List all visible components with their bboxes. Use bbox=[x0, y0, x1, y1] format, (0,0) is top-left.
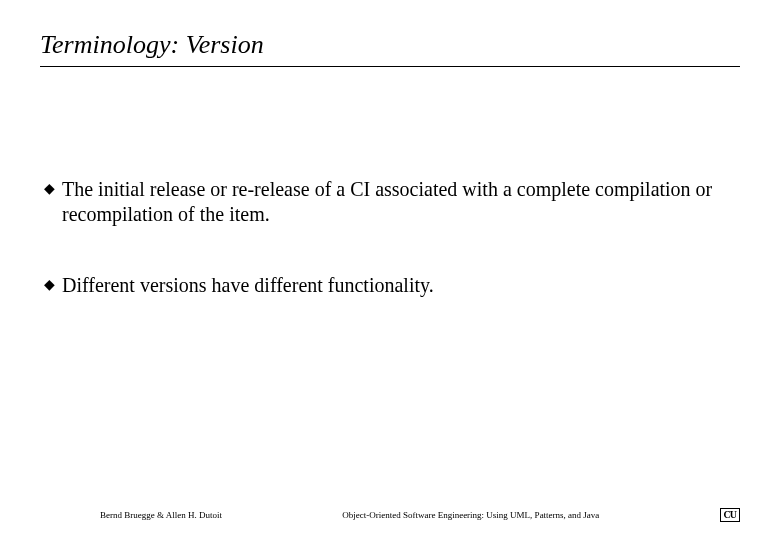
footer-logo-wrap: CU bbox=[720, 508, 740, 522]
bullet-icon: ◆ bbox=[44, 177, 62, 201]
list-item: ◆ The initial release or re-release of a… bbox=[44, 177, 740, 227]
footer-author: Bernd Bruegge & Allen H. Dutoit bbox=[40, 510, 222, 520]
slide-title: Terminology: Version bbox=[40, 30, 740, 60]
bullet-text: Different versions have different functi… bbox=[62, 273, 740, 298]
title-underline bbox=[40, 66, 740, 67]
bullet-text: The initial release or re-release of a C… bbox=[62, 177, 740, 227]
bullet-icon: ◆ bbox=[44, 273, 62, 297]
university-logo-icon: CU bbox=[720, 508, 740, 522]
bullet-list: ◆ The initial release or re-release of a… bbox=[40, 177, 740, 298]
list-item: ◆ Different versions have different func… bbox=[44, 273, 740, 298]
footer: Bernd Bruegge & Allen H. Dutoit Object-O… bbox=[0, 508, 780, 522]
slide: Terminology: Version ◆ The initial relea… bbox=[0, 0, 780, 540]
footer-book-title: Object-Oriented Software Engineering: Us… bbox=[222, 510, 720, 520]
